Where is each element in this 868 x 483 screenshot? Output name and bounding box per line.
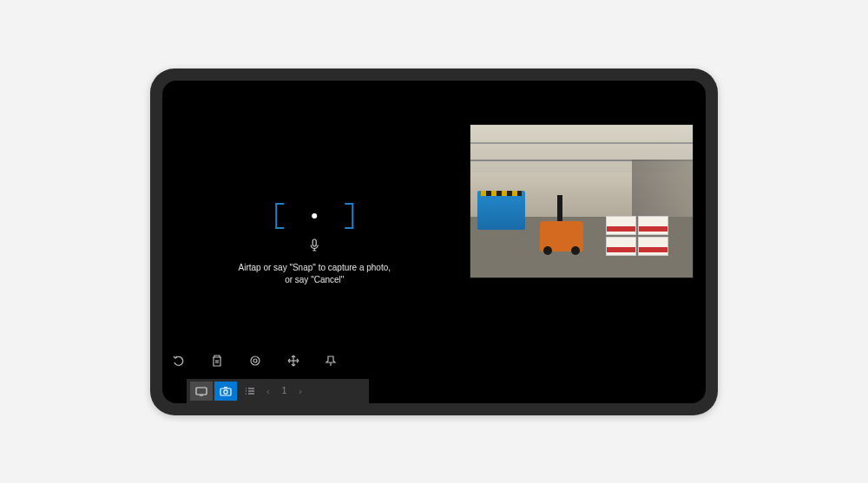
page-number: 1 [275,386,294,395]
svg-point-6 [253,359,257,362]
reticle-center-dot [312,213,317,219]
next-page-button[interactable]: › [295,386,306,396]
delete-button[interactable] [209,353,225,369]
svg-point-13 [224,389,227,393]
scene-blue-pallet [477,191,525,230]
screen: Airtap or say "Snap" to capture a photo,… [162,81,706,403]
edit-toolbar [171,353,339,369]
svg-point-5 [251,356,260,365]
capture-prompt: Airtap or say "Snap" to capture a photo,… [238,203,391,286]
undo-button[interactable] [171,353,187,369]
camera-view-button[interactable] [214,382,237,401]
prev-page-button[interactable]: ‹ [263,386,273,396]
svg-rect-0 [312,239,316,246]
focus-reticle[interactable] [275,203,353,229]
tablet-device-frame: Airtap or say "Snap" to capture a photo,… [150,69,718,415]
list-view-button[interactable] [239,382,261,401]
camera-preview-panel[interactable] [470,124,694,278]
pin-button[interactable] [324,353,339,369]
properties-button[interactable] [247,353,263,369]
bottom-toolbar: ‹ 1 › [187,379,369,403]
scene-forklift [540,199,583,251]
capture-instruction-text: Airtap or say "Snap" to capture a photo,… [238,262,391,286]
microphone-icon [308,238,320,253]
svg-rect-10 [196,388,207,395]
slide-view-button[interactable] [190,382,213,401]
move-button[interactable] [286,353,301,369]
scene-box-pallet [606,208,671,256]
bracket-right-icon [341,203,353,229]
bracket-left-icon [275,203,287,229]
